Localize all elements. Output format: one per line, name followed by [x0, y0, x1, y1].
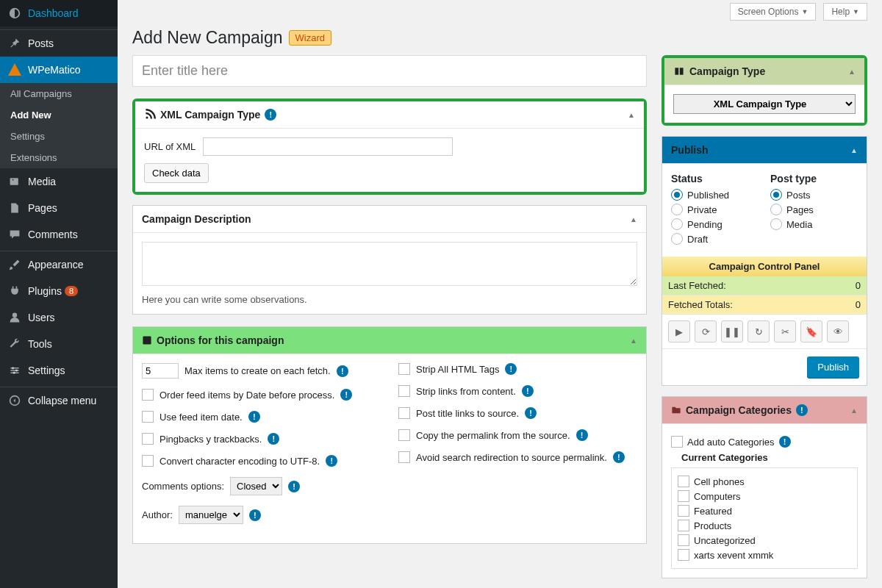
wrench-icon	[7, 337, 22, 351]
nav-posts[interactable]: Posts	[0, 30, 118, 57]
info-icon[interactable]: !	[525, 407, 537, 419]
max-items-input[interactable]	[142, 363, 179, 379]
status-private-radio[interactable]	[671, 204, 683, 215]
nav-wpematico[interactable]: WPeMatico	[0, 57, 118, 83]
dashboard-icon	[7, 6, 22, 21]
info-icon[interactable]: !	[779, 436, 791, 448]
nav-users[interactable]: Users	[0, 304, 118, 331]
category-list[interactable]: Cell phones Computers Featured Products …	[671, 467, 858, 569]
info-icon[interactable]: !	[340, 389, 352, 401]
current-cats-heading: Current Categories	[681, 452, 858, 463]
panel-title: XML Campaign Type	[160, 109, 260, 121]
wizard-badge[interactable]: Wizard	[289, 30, 331, 46]
nav-media[interactable]: Media	[0, 168, 118, 195]
nav-label: Tools	[28, 338, 52, 350]
cat-label: Products	[694, 520, 731, 531]
tag-icon[interactable]: 🔖	[800, 320, 822, 343]
panel-toggle[interactable]: ▲	[848, 68, 856, 76]
page-title: Add New Campaign Wizard	[132, 28, 867, 48]
pause-icon[interactable]: ❚❚	[721, 320, 743, 343]
screen-options-button[interactable]: Screen Options ▼	[730, 3, 817, 21]
wpematico-icon	[7, 62, 22, 77]
cat-checkbox[interactable]	[678, 476, 689, 487]
cat-checkbox[interactable]	[678, 490, 689, 502]
type-panel-highlight: Campaign Type▲ XML Campaign Type	[662, 55, 867, 126]
posttype-pages-radio[interactable]	[770, 204, 782, 215]
sub-add-new[interactable]: Add New	[0, 104, 118, 126]
nav-tools[interactable]: Tools	[0, 331, 118, 357]
opt-label: Order feed items by Date before process.	[159, 390, 334, 401]
url-xml-input[interactable]	[203, 137, 453, 156]
panel-toggle[interactable]: ▲	[630, 215, 637, 223]
copy-permalink-checkbox[interactable]	[398, 429, 410, 441]
nav-appearance[interactable]: Appearance	[0, 251, 118, 278]
strip-links-checkbox[interactable]	[398, 385, 410, 397]
info-icon[interactable]: !	[337, 365, 348, 377]
refresh-icon[interactable]: ⟳	[695, 320, 717, 343]
use-date-checkbox[interactable]	[142, 411, 154, 423]
sub-settings[interactable]: Settings	[0, 126, 118, 147]
info-icon[interactable]: !	[522, 385, 534, 397]
history-icon[interactable]: ↻	[747, 320, 770, 343]
opt-label: Max items to create on each fetch.	[184, 365, 331, 376]
opt-label: Copy the permalink from the source.	[416, 430, 570, 441]
panel-toggle[interactable]: ▲	[628, 111, 635, 119]
avoid-redirect-checkbox[interactable]	[398, 451, 410, 463]
chevron-down-icon: ▼	[801, 8, 808, 15]
info-icon[interactable]: !	[613, 451, 625, 463]
nav-comments[interactable]: Comments	[0, 221, 118, 248]
tools-icon[interactable]: ✂	[774, 320, 796, 343]
cat-checkbox[interactable]	[678, 520, 689, 531]
status-published-radio[interactable]	[671, 189, 683, 201]
nav-label: Pages	[28, 202, 57, 214]
utf8-checkbox[interactable]	[142, 455, 154, 467]
eye-icon[interactable]: 👁	[827, 320, 849, 343]
info-icon[interactable]: !	[268, 433, 279, 445]
campaign-type-select[interactable]: XML Campaign Type	[673, 94, 856, 114]
panel-toggle[interactable]: ▲	[630, 337, 637, 345]
help-button[interactable]: Help ▼	[823, 3, 867, 21]
info-icon[interactable]: !	[796, 404, 808, 416]
info-icon[interactable]: !	[505, 363, 517, 375]
collapse-icon	[7, 393, 22, 408]
play-icon[interactable]: ▶	[668, 320, 690, 343]
panel-toggle[interactable]: ▲	[850, 406, 858, 415]
status-heading: Status	[671, 173, 759, 184]
info-icon[interactable]: !	[288, 481, 300, 492]
posttype-posts-radio[interactable]	[770, 189, 782, 201]
campaign-title-input[interactable]	[132, 55, 647, 87]
nav-plugins[interactable]: Plugins8	[0, 278, 118, 304]
cat-checkbox[interactable]	[678, 534, 689, 546]
order-date-checkbox[interactable]	[142, 389, 154, 401]
cat-checkbox[interactable]	[678, 549, 689, 561]
info-icon[interactable]: !	[326, 455, 337, 467]
collapse-menu[interactable]: Collapse menu	[0, 387, 118, 414]
comments-select[interactable]: Closed	[230, 477, 282, 495]
sub-all-campaigns[interactable]: All Campaigns	[0, 83, 118, 104]
nav-pages[interactable]: Pages	[0, 195, 118, 221]
nav-settings[interactable]: Settings	[0, 357, 118, 384]
nav-dashboard[interactable]: Dashboard	[0, 0, 118, 26]
author-select[interactable]: manuelge	[179, 506, 243, 524]
comments-icon	[7, 227, 22, 242]
nav-label: WPeMatico	[28, 64, 81, 76]
ccp-last-fetched: Last Fetched:0	[662, 276, 867, 295]
info-icon[interactable]: !	[576, 429, 588, 441]
posttype-media-radio[interactable]	[770, 218, 782, 230]
check-data-button[interactable]: Check data	[144, 163, 209, 183]
status-draft-radio[interactable]	[671, 233, 683, 245]
info-icon[interactable]: !	[248, 411, 260, 423]
title-link-checkbox[interactable]	[398, 407, 410, 419]
sub-extensions[interactable]: Extensions	[0, 147, 118, 168]
description-textarea[interactable]	[142, 242, 637, 286]
add-auto-cat-checkbox[interactable]	[671, 436, 683, 448]
status-pending-radio[interactable]	[671, 218, 683, 230]
cat-checkbox[interactable]	[678, 505, 689, 517]
publish-button[interactable]: Publish	[807, 356, 859, 378]
pingbacks-checkbox[interactable]	[142, 433, 154, 445]
strip-html-checkbox[interactable]	[398, 363, 410, 375]
panel-toggle[interactable]: ▲	[850, 146, 858, 154]
nav-label: Appearance	[28, 259, 84, 270]
info-icon[interactable]: !	[249, 509, 261, 521]
info-icon[interactable]: !	[265, 109, 276, 121]
